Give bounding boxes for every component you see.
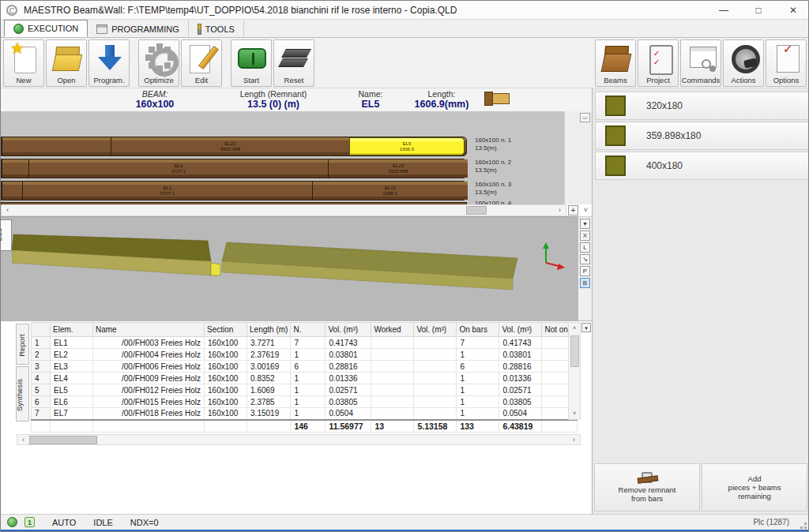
side-tab-report[interactable]: Report <box>16 324 29 365</box>
column-header[interactable]: Elem. <box>51 323 93 337</box>
piece-label: EL13 <box>393 163 404 169</box>
program-button[interactable]: Program. <box>88 39 130 87</box>
beam-list-item[interactable]: 320x180 <box>595 92 809 120</box>
titlebar: MAESTRO Beam&Wall: F:\TEMP\temp4\UT_DOPP… <box>1 1 809 20</box>
table-cell: /00/FH012 Freies Holz <box>93 384 205 396</box>
open-button[interactable]: Open <box>46 39 87 87</box>
viewport-button-b[interactable]: B <box>580 278 590 288</box>
bar[interactable]: EL213952.698EL51606.9 <box>1 137 467 156</box>
column-header[interactable]: Length (m) <box>247 323 291 337</box>
remove-remnant-button[interactable]: Remove remnantfrom bars <box>594 463 700 511</box>
bar-piece[interactable] <box>2 137 111 155</box>
scroll-right-icon[interactable]: › <box>555 206 565 215</box>
viewport-button-arrow[interactable]: ▾ <box>580 219 590 229</box>
bar[interactable]: EL13727.1EL152095.1 <box>1 181 467 200</box>
optimize-icon <box>139 42 180 75</box>
start-button[interactable]: Start <box>231 39 272 87</box>
tab-execution[interactable]: EXECUTION <box>4 20 88 37</box>
hscroll-thumb[interactable] <box>466 206 487 215</box>
status-ndx: NDX=0 <box>130 518 159 527</box>
bar-piece[interactable]: EL213952.698 <box>111 137 349 155</box>
column-header[interactable]: Section <box>205 323 247 337</box>
scroll-left-icon[interactable]: ‹ <box>2 206 13 215</box>
viewport-button-l[interactable]: L <box>580 242 590 253</box>
viewport-element-tab[interactable]: EL5 <box>1 219 12 251</box>
viewport-button-p[interactable]: P <box>580 266 590 276</box>
bars-hscrollbar[interactable]: ‹ › <box>1 204 566 216</box>
minimize-icon[interactable]: — <box>717 5 731 16</box>
bar-piece[interactable]: EL131500.588 <box>328 159 468 178</box>
table-row[interactable]: 3EL3/00/FH006 Freies Holz160x1003.001696… <box>32 361 578 373</box>
project-button[interactable]: Project <box>638 39 679 87</box>
bar-caption-size: 160x100 n. 3 <box>475 181 511 189</box>
table-row[interactable]: 4EL4/00/FH009 Freies Holz160x1000.835210… <box>32 373 578 384</box>
tab-programming[interactable]: PROGRAMMING <box>88 21 189 37</box>
table-row[interactable]: 7EL7/00/FH018 Freies Holz160x1003.150191… <box>32 408 578 420</box>
bar-piece[interactable] <box>2 159 28 178</box>
resize-grip[interactable] <box>804 523 807 525</box>
table-menu-icon[interactable]: ▾ <box>581 323 591 332</box>
tools-icon <box>198 24 201 35</box>
table-row[interactable]: 5EL5/00/FH012 Freies Holz160x1001.606910… <box>32 384 578 396</box>
beam-list-item[interactable]: 400x180 <box>595 152 809 180</box>
zoom-plus-button[interactable]: + <box>568 205 578 215</box>
add-pieces-button[interactable]: Addpieces + beamsremaining <box>702 463 807 511</box>
counter-badge: 1 <box>24 517 35 527</box>
collapse-chevron-icon[interactable]: ˅ <box>581 205 591 215</box>
viewport-button-arrow[interactable]: ↘ <box>580 254 590 264</box>
maximize-icon[interactable]: □ <box>751 5 766 16</box>
bar[interactable]: EL13727.1EL131500.588 <box>1 159 467 178</box>
table-cell: 0.28816 <box>325 361 371 373</box>
side-tab-synthesis[interactable]: Synthesis <box>16 366 29 421</box>
bars-corner-icon[interactable]: ▭ <box>580 113 590 122</box>
bar-piece-selected[interactable]: EL51606.9 <box>349 137 465 155</box>
beam-list-item[interactable]: 359.898x180 <box>595 122 809 150</box>
bar-caption: 160x100 n. 213.5(m) <box>475 159 511 174</box>
table-row[interactable]: 2EL2/00/FH004 Freies Holz160x1002.376191… <box>32 349 578 361</box>
remove-remnant-icon <box>642 472 653 483</box>
bar-piece[interactable]: EL13727.1 <box>22 182 312 200</box>
bar-row: EL13727.1EL152095.1160x100 n. 313.5(m) <box>1 181 564 200</box>
commands-button[interactable]: Commands <box>680 39 721 87</box>
vscroll-up-icon[interactable]: ˄ <box>570 324 579 333</box>
table-scroll-right-icon[interactable]: › <box>569 436 579 444</box>
totals-cell: 133 <box>457 420 499 433</box>
table-header: Elem.NameSectionLength (m)N.Vol. (m³)Wor… <box>32 323 578 337</box>
viewport-3d[interactable]: EL5 <box>1 216 578 320</box>
optimize-button[interactable]: Optimize <box>138 39 179 87</box>
piece-label: EL21 <box>224 141 235 147</box>
table-row[interactable]: 6EL6/00/FH015 Freies Holz160x1002.378510… <box>32 396 578 408</box>
close-icon[interactable]: ✕ <box>786 5 800 16</box>
column-header[interactable]: Vol. (m³) <box>499 323 542 337</box>
tab-tools[interactable]: TOOLS <box>189 21 244 37</box>
column-header[interactable]: Vol. (m³) <box>325 323 371 337</box>
beam-swatch-icon <box>605 126 626 146</box>
bar-piece[interactable]: EL13727.1 <box>28 159 328 178</box>
actions-button[interactable]: Actions <box>723 39 764 87</box>
new-button[interactable]: New <box>3 39 44 87</box>
report-tab-label: Report <box>17 334 26 357</box>
column-header[interactable]: Worked <box>371 323 414 337</box>
table-cell: 1 <box>291 408 325 420</box>
options-button[interactable]: Options <box>766 39 807 87</box>
table-cell: /00/FH004 Freies Holz <box>93 349 205 361</box>
bar-piece[interactable]: EL152095.1 <box>312 182 468 200</box>
table-hscroll-thumb[interactable] <box>29 436 97 444</box>
column-header[interactable]: Name <box>93 323 205 337</box>
beams-button[interactable]: Beams <box>595 39 636 87</box>
column-header[interactable]: On bars <box>457 323 499 337</box>
table-hscrollbar[interactable]: ‹ › <box>17 434 581 445</box>
viewport-button-x[interactable]: X <box>580 230 590 241</box>
vscroll-down-icon[interactable]: ˅ <box>570 409 579 418</box>
table-scroll-left-icon[interactable]: ‹ <box>18 436 28 444</box>
edit-button[interactable]: Edit <box>181 39 222 87</box>
bar-piece[interactable] <box>2 182 22 200</box>
reset-button[interactable]: Reset <box>273 39 314 87</box>
table-row[interactable]: 1EL1/00/FH003 Freies Holz160x1003.727170… <box>32 337 578 349</box>
vscroll-thumb[interactable] <box>570 335 579 367</box>
piece-label: EL5 <box>403 141 412 147</box>
column-header[interactable]: Vol. (m³) <box>414 323 457 337</box>
table-cell: 0.0504 <box>499 408 542 420</box>
column-header[interactable]: N. <box>291 323 325 337</box>
table-vscrollbar[interactable]: ˄ ˅ <box>568 322 581 420</box>
